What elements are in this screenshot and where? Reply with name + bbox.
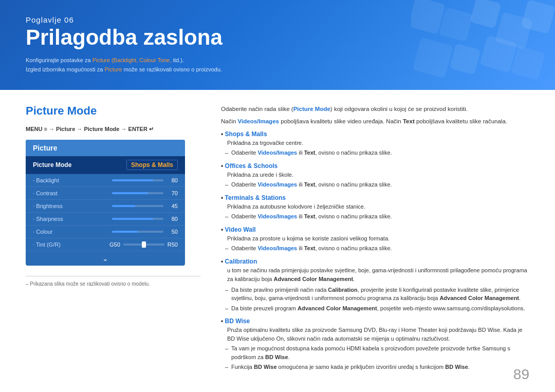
intro-text-1: Odaberite način rada slike (Picture Mode… <box>221 106 468 112</box>
mode-sub-terminals: Odaberite Videos/Images ili Text, ovisno… <box>231 212 529 221</box>
list-item: Offices & Schools Prikladna za urede i š… <box>221 162 529 189</box>
header-subtitle: Konfigurirajte postavke za Picture (Back… <box>26 56 529 74</box>
mode-sub-calibration-1: Da biste pravilno primijenili način rada… <box>231 286 529 303</box>
mode-desc-offices: Prikladna za urede i škole. <box>227 171 529 179</box>
mode-sub-calibration-2: Da biste preuzeli program Advanced Color… <box>231 304 529 313</box>
slider-rows: Backlight 80 Contrast 70 Brightness <box>26 174 185 238</box>
slider-track <box>112 231 163 233</box>
mode-title-offices: Offices & Schools <box>221 162 529 170</box>
menu-path-text: MENU ≡ → Picture → Picture Mode → ENTER … <box>26 126 154 132</box>
picture-row: Backlight 80 <box>26 174 185 187</box>
mode-sub-shops: Odaberite Videos/Images ili Text, ovisno… <box>231 148 529 157</box>
mode-sub-offices: Odaberite Videos/Images ili Text, ovisno… <box>231 180 529 189</box>
picture-mode-row[interactable]: Picture Mode Shops & Malls <box>26 156 185 174</box>
slider-fill <box>112 192 148 194</box>
chevron-row: ⌄ <box>26 251 185 266</box>
page-number: 89 <box>513 366 529 383</box>
footnote-section: – Prikazana slika može se razlikovati ov… <box>26 276 200 288</box>
slider-fill <box>112 205 135 207</box>
tint-left-val: G50 <box>109 241 120 248</box>
mode-list: Shops & Malls Prikladna za trgovačke cen… <box>221 130 529 371</box>
slider-value: 80 <box>168 177 178 183</box>
main-content: Picture Mode MENU ≡ → Picture → Picture … <box>0 90 555 387</box>
subtitle-line2: Izgled izbornika mogućnosti za <box>26 66 104 72</box>
mode-desc-bdwise: Pruža optimalnu kvalitetu slike za proiz… <box>227 326 529 343</box>
slider-fill <box>112 218 153 220</box>
menu-path: MENU ≡ → Picture → Picture Mode → ENTER … <box>26 126 200 133</box>
page-title: Prilagodba zaslona <box>26 25 529 50</box>
mode-sub-videowall: Odaberite Videos/Images ili Text, ovisno… <box>231 244 529 253</box>
picture-panel-header: Picture <box>26 140 185 156</box>
tint-label: Tint (G/R) <box>33 241 61 248</box>
picture-row: Sharpness 80 <box>26 213 185 226</box>
left-column: Picture Mode MENU ≡ → Picture → Picture … <box>26 104 200 377</box>
slider-value: 80 <box>168 216 178 222</box>
row-label: Brightness <box>33 203 74 209</box>
chevron-down-icon: ⌄ <box>102 254 108 263</box>
slider-container: 70 <box>74 190 178 196</box>
slider-track <box>112 192 163 194</box>
picture-row: Brightness 45 <box>26 200 185 213</box>
list-item: Video Wall Prikladna za prostore u kojim… <box>221 226 529 253</box>
slider-container: 80 <box>74 216 178 222</box>
mode-title-terminals: Terminals & Stations <box>221 194 529 201</box>
tint-right-val: R50 <box>168 241 178 248</box>
list-item: Shops & Malls Prikladna za trgovačke cen… <box>221 130 529 157</box>
tint-row: Tint (G/R) G50 R50 <box>26 238 185 251</box>
mode-title-bdwise: BD Wise <box>221 318 529 325</box>
picture-row: Contrast 70 <box>26 187 185 200</box>
subtitle-rest: itd.). <box>172 57 184 63</box>
picture-row: Colour 50 <box>26 226 185 238</box>
slider-fill <box>112 231 138 233</box>
row-label: Backlight <box>33 177 74 183</box>
subtitle-highlight2: Picture <box>104 66 122 72</box>
tint-track <box>123 244 164 246</box>
right-column: Odaberite način rada slike (Picture Mode… <box>221 104 529 377</box>
list-item: Calibration u tom se načinu rada primjen… <box>221 258 529 313</box>
subtitle-rest2: može se razlikovati ovisno o proizvodu. <box>122 66 222 72</box>
slider-value: 50 <box>168 229 178 235</box>
slider-track <box>112 179 163 181</box>
slider-value: 45 <box>168 203 178 209</box>
tint-thumb <box>142 241 146 248</box>
mode-sub-bdwise-2: Funkcija BD Wise omogućena je samo kada … <box>231 363 529 371</box>
page-header: Poglavlje 06 Prilagodba zaslona Konfigur… <box>0 0 555 90</box>
tint-slider: G50 R50 <box>109 241 178 248</box>
row-label: Contrast <box>33 190 74 196</box>
mode-desc-shops: Prikladna za trgovačke centre. <box>227 139 529 147</box>
mode-title-calibration: Calibration <box>221 258 529 265</box>
intro-line1: Odaberite način rada slike (Picture Mode… <box>221 104 529 114</box>
mode-title-shops: Shops & Malls <box>221 130 529 138</box>
mode-desc-terminals: Prikladna za autobusne kolodvore i želje… <box>227 202 529 211</box>
slider-fill <box>112 179 153 181</box>
slider-value: 70 <box>168 190 178 196</box>
row-label: Colour <box>33 229 74 235</box>
slider-container: 50 <box>74 229 178 235</box>
slider-track <box>112 205 163 207</box>
subtitle-highlight: Picture (Backlight, Colour Tone, <box>92 57 172 63</box>
intro-line2: Način Videos/Images poboljšava kvalitetu… <box>221 117 529 126</box>
picture-panel: Picture Picture Mode Shops & Malls Backl… <box>26 140 185 266</box>
mode-desc-calibration: u tom se načinu rada primjenjuju postavk… <box>227 266 529 284</box>
slider-container: 80 <box>74 177 178 183</box>
list-item: Terminals & Stations Prikladna za autobu… <box>221 194 529 221</box>
picture-mode-value: Shops & Malls <box>126 160 178 170</box>
footnote-text: – Prikazana slika može se razlikovati ov… <box>26 281 200 288</box>
row-label: Sharpness <box>33 216 74 222</box>
list-item: BD Wise Pruža optimalnu kvalitetu slike … <box>221 318 529 371</box>
chapter-label: Poglavlje 06 <box>26 15 529 24</box>
picture-mode-label: Picture Mode <box>33 161 71 169</box>
slider-track <box>112 218 163 220</box>
subtitle-line1: Konfigurirajte postavke za <box>26 57 92 63</box>
mode-desc-videowall: Prikladna za prostore u kojima se korist… <box>227 234 529 243</box>
mode-sub-bdwise-1: Ta vam je mogućnost dostupna kada pomoću… <box>231 344 529 361</box>
slider-container: 45 <box>74 203 178 209</box>
mode-title-videowall: Video Wall <box>221 226 529 233</box>
section-title: Picture Mode <box>26 104 200 118</box>
